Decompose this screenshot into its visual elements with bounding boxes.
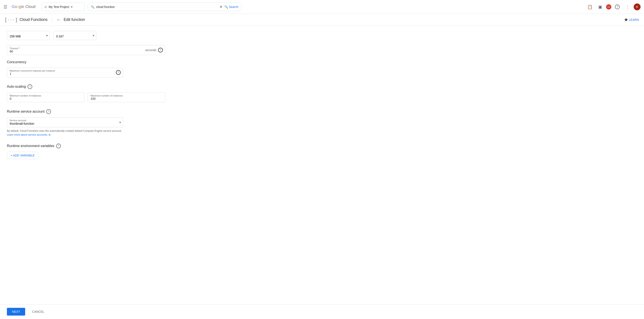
back-icon: ← — [56, 17, 61, 22]
search-bar: 🔍 ✕ 🔍 Search — [87, 2, 242, 11]
nav-divider — [52, 17, 52, 22]
autoscaling-header: Auto-scaling ? — [7, 84, 165, 89]
autoscaling-title: Auto-scaling — [7, 85, 26, 89]
nav-icons: 📋 ▣ 12 ? ⋮ K — [586, 2, 640, 11]
console-icon: ▣ — [598, 4, 602, 9]
timeout-field: Timeout * seconds ? — [7, 45, 165, 55]
google-text: Google — [12, 4, 24, 9]
cloud-text: Cloud — [26, 4, 36, 9]
main-content: 128 MiB 256 MiB 512 MiB 1 GiB ▾ 0.083 0.… — [0, 26, 172, 188]
learn-icon: 🎓 — [624, 18, 628, 21]
min-instances-field: Minimum number of instances — [7, 92, 84, 102]
project-icon: ⊙ — [44, 5, 47, 8]
concurrency-title: Concurrency — [7, 60, 165, 64]
service-account-description: By default, Cloud Functions uses the aut… — [7, 129, 123, 137]
cloud-functions-title: Cloud Functions — [20, 17, 48, 22]
footer-spacer — [7, 166, 165, 183]
runtime-service-account-title: Runtime service account — [7, 110, 44, 113]
env-vars-section: Runtime environment variables ? + ADD VA… — [7, 144, 165, 159]
autoscaling-help-icon[interactable]: ? — [28, 84, 32, 89]
max-concurrent-field: Maximum concurrent requests per instance… — [7, 67, 123, 77]
console-button[interactable]: ▣ — [596, 2, 604, 11]
project-name: My Test Project — [48, 5, 69, 8]
description-body-text: By default, Cloud Functions uses the aut… — [7, 129, 122, 132]
memory-select-wrapper: 128 MiB 256 MiB 512 MiB 1 GiB ▾ — [7, 31, 50, 40]
runtime-service-account-help-icon[interactable]: ? — [46, 109, 51, 114]
max-concurrent-input[interactable] — [10, 72, 120, 75]
max-instances-label: Maximum number of instances — [90, 94, 123, 97]
cpu-select-wrapper: 0.083 0.167 0.333 1 ▾ — [53, 31, 96, 40]
concurrency-section: Concurrency Maximum concurrent requests … — [7, 60, 165, 77]
timeout-label: Timeout * — [10, 47, 20, 50]
max-instances-input[interactable] — [90, 97, 162, 100]
learn-more-text: Learn more about service accounts. — [7, 133, 48, 136]
help-button[interactable]: ? — [613, 2, 622, 11]
search-label: Search — [229, 5, 238, 8]
page-title: Edit function — [64, 17, 85, 22]
env-vars-header: Runtime environment variables ? — [7, 144, 165, 148]
runtime-service-account-section: Runtime service account ? Service accoun… — [7, 109, 165, 137]
cloud-functions-icon: [ · · · ] — [5, 17, 17, 22]
add-variable-label: + ADD VARIABLE — [10, 154, 35, 157]
user-avatar[interactable]: K — [634, 3, 640, 10]
external-link-icon: ⧉ — [48, 133, 50, 136]
cpu-select[interactable]: 0.083 0.167 0.333 1 — [53, 31, 96, 40]
learn-button[interactable]: 🎓 LEARN — [624, 18, 639, 21]
min-instances-label: Minimum number of instances — [10, 94, 41, 97]
clear-search-icon[interactable]: ✕ — [220, 4, 223, 9]
search-button[interactable]: 🔍 Search — [224, 5, 238, 8]
project-selector[interactable]: ⊙ My Test Project ▾ — [42, 2, 84, 11]
min-instances-input[interactable] — [10, 97, 82, 100]
search-magnifier-icon: 🔍 — [91, 5, 94, 8]
back-button[interactable]: ← — [56, 17, 61, 22]
help-icon: ? — [615, 4, 620, 9]
search-input[interactable] — [96, 5, 218, 8]
notifications-button[interactable]: 📋 — [586, 2, 594, 11]
env-vars-title: Runtime environment variables — [7, 144, 54, 148]
content-wrapper: 128 MiB 256 MiB 512 MiB 1 GiB ▾ 0.083 0.… — [0, 26, 644, 306]
max-concurrent-label: Maximum concurrent requests per instance — [10, 69, 55, 72]
google-cloud-logo: Google Cloud — [12, 4, 36, 9]
autoscaling-section: Auto-scaling ? Minimum number of instanc… — [7, 84, 165, 102]
top-nav: ☰ Google Cloud ⊙ My Test Project ▾ 🔍 ✕ 🔍… — [0, 0, 644, 14]
secondary-nav: [ · · · ] Cloud Functions ← Edit functio… — [0, 14, 644, 26]
service-account-select[interactable]: thumbnail-function default custom — [7, 117, 123, 127]
add-variable-button[interactable]: + ADD VARIABLE — [7, 152, 38, 159]
timeout-group: Timeout * seconds ? — [7, 45, 165, 55]
learn-label: LEARN — [629, 18, 639, 21]
timeout-input[interactable] — [10, 50, 162, 53]
autoscaling-fields: Minimum number of instances Maximum numb… — [7, 92, 165, 102]
learn-more-link[interactable]: Learn more about service accounts. ⧉ — [7, 133, 50, 136]
notifications-icon: 📋 — [587, 4, 592, 9]
env-vars-help-icon[interactable]: ? — [56, 144, 61, 148]
timeout-suffix: seconds — [145, 48, 156, 52]
hamburger-icon[interactable]: ☰ — [4, 4, 7, 9]
footer-actions: NEXT CANCEL — [0, 304, 644, 306]
service-account-select-wrapper: Service account thumbnail-function defau… — [7, 117, 123, 127]
max-concurrent-help-icon[interactable]: ? — [116, 70, 121, 75]
memory-select[interactable]: 128 MiB 256 MiB 512 MiB 1 GiB — [7, 31, 50, 40]
more-button[interactable]: ⋮ — [623, 2, 632, 11]
max-instances-field: Maximum number of instances — [88, 92, 165, 102]
top-inputs: 128 MiB 256 MiB 512 MiB 1 GiB ▾ 0.083 0.… — [7, 31, 165, 40]
project-dropdown-icon: ▾ — [71, 5, 72, 8]
runtime-service-account-header: Runtime service account ? — [7, 109, 165, 114]
timeout-help-icon[interactable]: ? — [158, 48, 163, 52]
more-icon: ⋮ — [626, 4, 630, 9]
search-icon: 🔍 — [224, 5, 228, 8]
notification-badge[interactable]: 12 — [606, 4, 611, 9]
